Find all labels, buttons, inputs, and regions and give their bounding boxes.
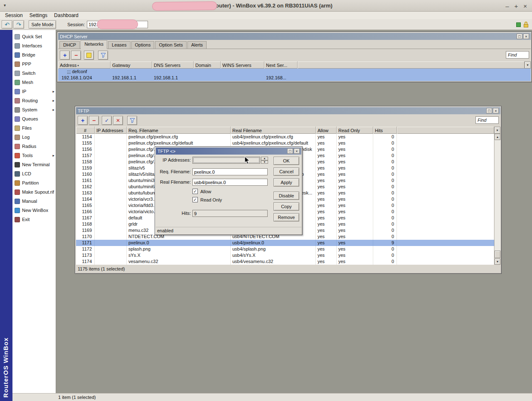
column-header-hits[interactable]: Hits — [373, 127, 397, 134]
read-only-checkbox[interactable]: ✓ — [192, 197, 198, 202]
sidebar-item-lcd[interactable]: LCD — [12, 169, 56, 178]
dhcp-window-titlebar[interactable]: DHCP Server □ × — [58, 33, 531, 40]
tftp-maximize-button[interactable]: □ — [486, 108, 492, 113]
remove-button[interactable]: − — [71, 51, 81, 60]
sidebar-item-files[interactable]: Files — [12, 123, 56, 133]
window-menu-icon[interactable]: ▾ — [4, 3, 6, 7]
minimize-button[interactable]: – — [505, 2, 509, 10]
table-row-1172[interactable]: 1172splash.pngusb4/splash.pngyesyes0 — [76, 246, 500, 252]
sidebar-item-new-winbox[interactable]: New WinBox — [12, 206, 56, 215]
cell: 0 — [373, 202, 397, 209]
table-row-1171[interactable]: 1171pxelinux.0usb4/pxelinux.0yesyes9 — [76, 240, 500, 246]
apply-button[interactable]: Apply — [273, 178, 299, 187]
sidebar-item-interfaces[interactable]: Interfaces — [12, 41, 56, 50]
remove-button[interactable]: − — [89, 116, 99, 125]
copy-button[interactable]: Copy — [273, 202, 299, 211]
req-filename-input[interactable] — [192, 168, 268, 175]
sidebar-item-quick-set[interactable]: Quick Set — [12, 32, 56, 41]
sidebar-item-exit[interactable]: Exit — [12, 215, 56, 224]
sidebar-item-partition[interactable]: Partition — [12, 178, 56, 187]
safe-mode-button[interactable]: Safe Mode — [29, 20, 56, 29]
find-input[interactable] — [506, 51, 529, 59]
table-row-1174[interactable]: 1174vesamenu.c32usb4/vesamenu.c32yesyes0 — [76, 258, 500, 265]
filter-button[interactable] — [98, 51, 108, 60]
tftp-close-button[interactable]: × — [493, 108, 499, 113]
comment-row[interactable]: ;;; defconf — [58, 69, 531, 75]
redo-button[interactable]: ↷ — [13, 20, 24, 29]
submenu-arrow-icon: ▸ — [52, 98, 54, 103]
sidebar-item-ip[interactable]: IP▸ — [12, 87, 56, 96]
column-header-domain[interactable]: Domain — [194, 62, 221, 69]
column-select-button[interactable]: ▼ — [525, 62, 531, 69]
tab-alerts[interactable]: Alerts — [187, 41, 207, 49]
dhcp-maximize-button[interactable]: □ — [517, 34, 522, 39]
scroll-up-button[interactable]: ▲ — [495, 134, 500, 140]
dialog-close-button[interactable]: × — [294, 148, 300, 154]
column-header-address[interactable]: Address▴ — [58, 62, 111, 69]
spinner-down-icon[interactable]: ▼ — [261, 160, 268, 164]
enable-button[interactable]: ✓ — [102, 116, 112, 125]
sidebar-item-radius[interactable]: Radius — [12, 142, 56, 151]
column-header-allow[interactable]: Allow — [316, 127, 337, 134]
sidebar-item-switch[interactable]: Switch — [12, 69, 56, 78]
menu-item-dashboard[interactable]: Dashboard — [51, 12, 82, 19]
sidebar-item-system[interactable]: System▸ — [12, 105, 56, 114]
cell: 9 — [373, 240, 397, 246]
remove-button[interactable]: Remove — [273, 213, 299, 221]
comment-button[interactable] — [84, 51, 94, 60]
tab-dhcp[interactable]: DHCP — [59, 41, 80, 49]
tab-networks[interactable]: Networks — [81, 40, 107, 49]
ip-addresses-spinner[interactable]: ▲ ▼ — [261, 157, 268, 164]
sidebar-item-log[interactable]: Log — [12, 133, 56, 142]
column-header-gateway[interactable]: Gateway — [111, 62, 152, 69]
sidebar-item-queues[interactable]: Queues — [12, 114, 56, 123]
sidebar-item-ppp[interactable]: PPP — [12, 59, 56, 69]
sidebar-item-bridge[interactable]: Bridge — [12, 50, 56, 59]
menu-item-session[interactable]: Session — [2, 12, 26, 19]
column-header-req-filename[interactable]: Req. Filename — [127, 127, 231, 134]
allow-checkbox[interactable]: ✓ — [192, 189, 198, 194]
tab-option-sets[interactable]: Option Sets — [155, 41, 186, 49]
add-button[interactable]: + — [60, 51, 70, 60]
table-row-1155[interactable]: 1155pxelinux.cfg/pxelinux.cfg/defaultusb… — [76, 140, 500, 146]
column-select-button[interactable]: ▼ — [494, 127, 500, 134]
scroll-down-button[interactable]: ▼ — [495, 258, 500, 265]
undo-button[interactable]: ↶ — [2, 20, 12, 29]
ok-button[interactable]: OK — [273, 157, 299, 165]
sidebar-item-new-terminal[interactable]: New Terminal — [12, 160, 56, 169]
column-header-wins-servers[interactable]: WINS Servers — [221, 62, 264, 69]
vertical-scrollbar[interactable]: ▲ ▼ — [494, 134, 500, 265]
column-header-real-filename[interactable]: Real Filename — [231, 127, 316, 134]
column-header-read-only[interactable]: Read Only — [337, 127, 373, 134]
spinner-up-icon[interactable]: ▲ — [261, 157, 268, 160]
maximize-button[interactable]: + — [514, 2, 518, 10]
column-header-dns-servers[interactable]: DNS Servers — [152, 62, 194, 69]
add-button[interactable]: + — [78, 116, 88, 125]
network-row[interactable]: 192.168.1.0/24192.168.1.1192.168.1.1192.… — [58, 75, 531, 81]
dialog-maximize-button[interactable]: □ — [287, 148, 293, 154]
sidebar-item-mesh[interactable]: Mesh — [12, 78, 56, 87]
sidebar-item-tools[interactable]: Tools▸ — [12, 151, 56, 160]
find-input[interactable] — [475, 116, 499, 124]
scrollbar-thumb[interactable] — [495, 251, 500, 258]
dialog-titlebar[interactable]: TFTP <> □ × — [156, 148, 301, 155]
tab-options[interactable]: Options — [131, 41, 155, 49]
dhcp-close-button[interactable]: × — [523, 34, 529, 39]
sidebar-item-manual[interactable]: Manual — [12, 197, 56, 206]
tab-leases[interactable]: Leases — [108, 41, 130, 49]
table-row-1173[interactable]: 1173sYs.Xusb4/sYs.Xyesyes0 — [76, 252, 500, 258]
menu-item-settings[interactable]: Settings — [26, 12, 51, 19]
tftp-window-titlebar[interactable]: TFTP □ × — [76, 107, 500, 114]
real-filename-input[interactable] — [192, 179, 268, 186]
disable-button[interactable]: Disable — [273, 192, 299, 200]
disable-button[interactable]: ✕ — [113, 116, 123, 125]
filter-button[interactable] — [127, 116, 137, 125]
column-header-next-ser[interactable]: Next Ser... — [264, 62, 298, 69]
table-row-1154[interactable]: 1154pxelinux.cfg/pxelinux.cfgusb4/pxelin… — [76, 134, 500, 140]
column-header-[interactable]: # — [76, 127, 95, 134]
column-header-ip-addresses[interactable]: IP Addresses — [95, 127, 127, 134]
cancel-button[interactable]: Cancel — [273, 167, 299, 176]
sidebar-item-make-supout-rif[interactable]: Make Supout.rif — [12, 187, 56, 197]
close-button[interactable]: × — [523, 2, 527, 10]
sidebar-item-routing[interactable]: Routing▸ — [12, 96, 56, 105]
